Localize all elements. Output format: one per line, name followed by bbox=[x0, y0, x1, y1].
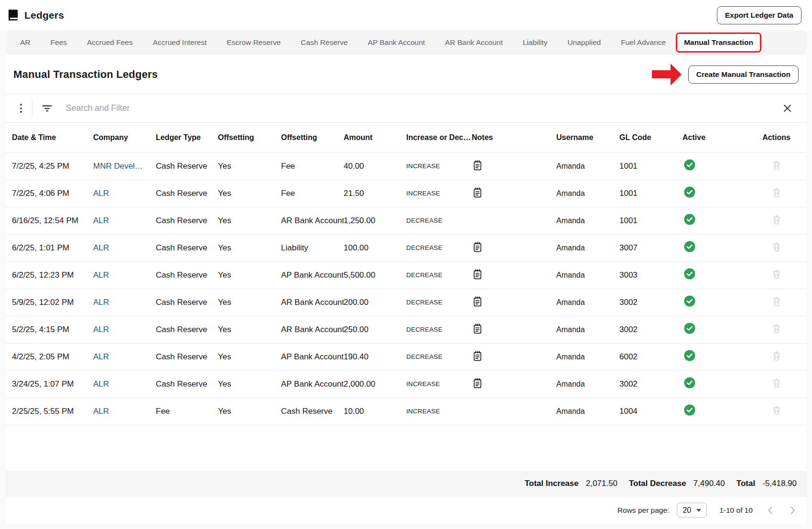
tab-fees[interactable]: Fees bbox=[41, 33, 77, 52]
col-header-date-time: Date & Time bbox=[6, 123, 93, 152]
notes-icon[interactable] bbox=[472, 350, 484, 363]
cell-amount: 200.00 bbox=[344, 289, 406, 316]
cell-active bbox=[682, 316, 747, 343]
delete-icon[interactable] bbox=[771, 186, 782, 199]
cell-offsetting-ledger: AP Bank Account bbox=[281, 261, 344, 289]
cell-active bbox=[682, 234, 747, 261]
cell-offsetting: Yes bbox=[218, 370, 281, 398]
cell-actions bbox=[747, 180, 806, 207]
table-row: 5/9/25, 12:02 PM ALR Cash Reserve Yes AR… bbox=[6, 289, 806, 316]
total-decrease-value: 7,490.40 bbox=[693, 479, 725, 488]
tab-manual-transaction[interactable]: Manual Transaction bbox=[676, 32, 761, 53]
cell-username: Amanda bbox=[556, 207, 619, 234]
table-row: 7/2/25, 4:06 PM ALR Cash Reserve Yes Fee… bbox=[6, 180, 806, 207]
close-icon[interactable] bbox=[781, 102, 794, 115]
delete-icon[interactable] bbox=[771, 350, 782, 362]
col-header-actions: Actions bbox=[747, 123, 806, 152]
next-page-icon[interactable] bbox=[788, 504, 798, 517]
kebab-menu-icon[interactable] bbox=[18, 102, 24, 115]
section-header: Manual Transaction Ledgers Create Manual… bbox=[6, 55, 806, 94]
cell-active bbox=[682, 180, 747, 207]
company-link[interactable]: ALR bbox=[93, 352, 109, 361]
cell-offsetting-ledger: AR Bank Account bbox=[281, 289, 344, 316]
rows-per-page-select[interactable]: 20 bbox=[677, 503, 707, 518]
tab-ar-bank-account[interactable]: AR Bank Account bbox=[435, 33, 513, 52]
cell-gl-code: 3003 bbox=[619, 261, 682, 289]
cell-notes bbox=[472, 152, 556, 180]
delete-icon[interactable] bbox=[771, 214, 782, 226]
company-link[interactable]: ALR bbox=[93, 189, 109, 198]
cell-active bbox=[682, 370, 747, 398]
create-manual-transaction-button[interactable]: Create Manual Transaction bbox=[688, 65, 799, 84]
active-check-icon bbox=[683, 159, 696, 171]
tab-fuel-advance[interactable]: Fuel Advance bbox=[611, 33, 676, 52]
cell-direction: DECREASE bbox=[406, 234, 472, 261]
search-input[interactable] bbox=[66, 103, 775, 113]
delete-icon[interactable] bbox=[771, 241, 782, 253]
tab-ap-bank-account[interactable]: AP Bank Account bbox=[358, 33, 435, 52]
active-check-icon bbox=[683, 322, 696, 335]
cell-ledger-type: Cash Reserve bbox=[156, 289, 218, 316]
table-row: 3/24/25, 1:07 PM ALR Cash Reserve Yes AP… bbox=[6, 370, 806, 398]
cell-username: Amanda bbox=[556, 152, 619, 180]
cell-offsetting: Yes bbox=[218, 180, 281, 207]
company-link[interactable]: ALR bbox=[93, 407, 109, 416]
tab-cash-reserve[interactable]: Cash Reserve bbox=[291, 33, 357, 52]
company-link[interactable]: ALR bbox=[93, 270, 109, 280]
tab-liability[interactable]: Liability bbox=[513, 33, 558, 52]
active-check-icon bbox=[683, 240, 696, 253]
filter-icon[interactable] bbox=[41, 103, 54, 113]
ledger-table-body: 7/2/25, 4:25 PM MNR Devel… Cash Reserve … bbox=[6, 152, 806, 425]
notes-icon[interactable] bbox=[472, 295, 484, 308]
company-link[interactable]: ALR bbox=[93, 379, 109, 389]
company-link[interactable]: ALR bbox=[93, 298, 109, 307]
cell-offsetting: Yes bbox=[218, 152, 281, 180]
cell-notes bbox=[472, 234, 556, 261]
previous-page-icon[interactable] bbox=[765, 504, 775, 517]
cell-company: ALR bbox=[93, 234, 156, 261]
ledgers-card: ARFeesAccrued FeesAccrued InterestEscrow… bbox=[6, 30, 806, 524]
cell-offsetting-ledger: AR Bank Account bbox=[281, 207, 344, 234]
delete-icon[interactable] bbox=[771, 159, 782, 172]
notes-icon[interactable] bbox=[472, 241, 484, 254]
delete-icon[interactable] bbox=[771, 323, 782, 335]
notes-icon[interactable] bbox=[472, 323, 484, 335]
col-header-offsetting: Offsetting bbox=[218, 123, 281, 152]
company-link[interactable]: ALR bbox=[93, 325, 109, 334]
tab-accrued-fees[interactable]: Accrued Fees bbox=[77, 33, 143, 52]
cell-company: ALR bbox=[93, 370, 156, 398]
table-row: 6/2/25, 12:23 PM ALR Cash Reserve Yes AP… bbox=[6, 261, 806, 289]
tab-ar[interactable]: AR bbox=[10, 33, 41, 52]
company-link[interactable]: ALR bbox=[93, 216, 109, 225]
cell-username: Amanda bbox=[556, 180, 619, 207]
cell-direction: INCREASE bbox=[406, 370, 472, 398]
cell-company: ALR bbox=[93, 289, 156, 316]
ledger-table: Date & Time Company Ledger Type Offsetti… bbox=[6, 123, 806, 425]
col-header-username: Username bbox=[556, 123, 619, 152]
notes-icon[interactable] bbox=[472, 268, 484, 281]
cell-datetime: 6/2/25, 1:01 PM bbox=[6, 234, 93, 261]
company-link[interactable]: MNR Devel… bbox=[93, 162, 143, 171]
cell-username: Amanda bbox=[556, 343, 619, 370]
cell-offsetting: Yes bbox=[218, 207, 281, 234]
tab-accrued-interest[interactable]: Accrued Interest bbox=[143, 33, 217, 52]
col-header-active: Active bbox=[682, 123, 747, 152]
cell-direction: DECREASE bbox=[406, 207, 472, 234]
delete-icon[interactable] bbox=[771, 377, 782, 389]
tab-escrow-reserve[interactable]: Escrow Reserve bbox=[217, 33, 291, 52]
notes-icon[interactable] bbox=[472, 377, 484, 390]
cell-notes bbox=[472, 398, 556, 425]
active-check-icon bbox=[683, 186, 696, 198]
cell-company: ALR bbox=[93, 316, 156, 343]
cell-gl-code: 3002 bbox=[619, 289, 682, 316]
cell-amount: 21.50 bbox=[344, 180, 406, 207]
notes-icon[interactable] bbox=[472, 186, 484, 199]
cell-amount: 250.00 bbox=[344, 316, 406, 343]
tab-unapplied[interactable]: Unapplied bbox=[557, 33, 611, 52]
delete-icon[interactable] bbox=[771, 268, 782, 281]
delete-icon[interactable] bbox=[771, 295, 782, 308]
export-ledger-data-button[interactable]: Export Ledger Data bbox=[717, 6, 801, 24]
company-link[interactable]: ALR bbox=[93, 243, 109, 252]
delete-icon[interactable] bbox=[771, 404, 782, 417]
notes-icon[interactable] bbox=[472, 159, 484, 172]
